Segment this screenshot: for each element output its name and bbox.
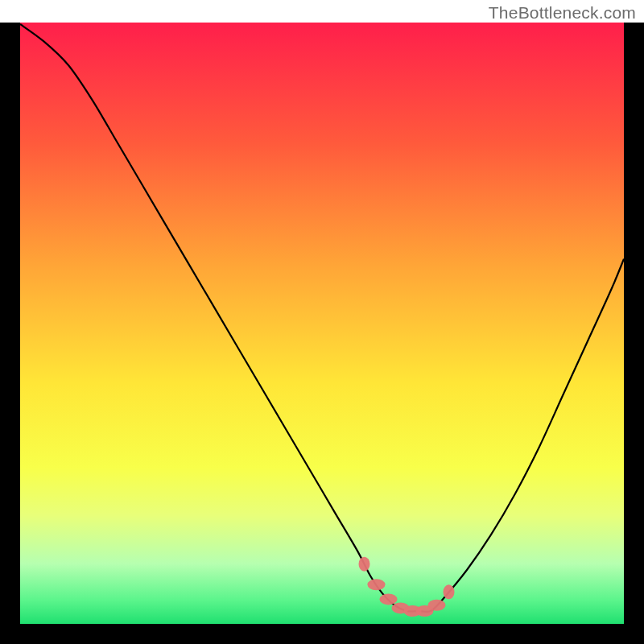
highlight-markers bbox=[359, 557, 455, 617]
highlight-blob bbox=[368, 579, 386, 590]
highlight-blob bbox=[359, 557, 370, 572]
attribution-text: TheBottleneck.com bbox=[489, 3, 636, 23]
curve-layer bbox=[20, 23, 624, 624]
bottleneck-curve bbox=[20, 24, 624, 612]
plot-frame bbox=[0, 23, 644, 644]
highlight-blob bbox=[428, 600, 446, 611]
chart-container: TheBottleneck.com bbox=[0, 0, 644, 644]
highlight-blob bbox=[444, 584, 455, 599]
highlight-blob bbox=[380, 593, 398, 605]
